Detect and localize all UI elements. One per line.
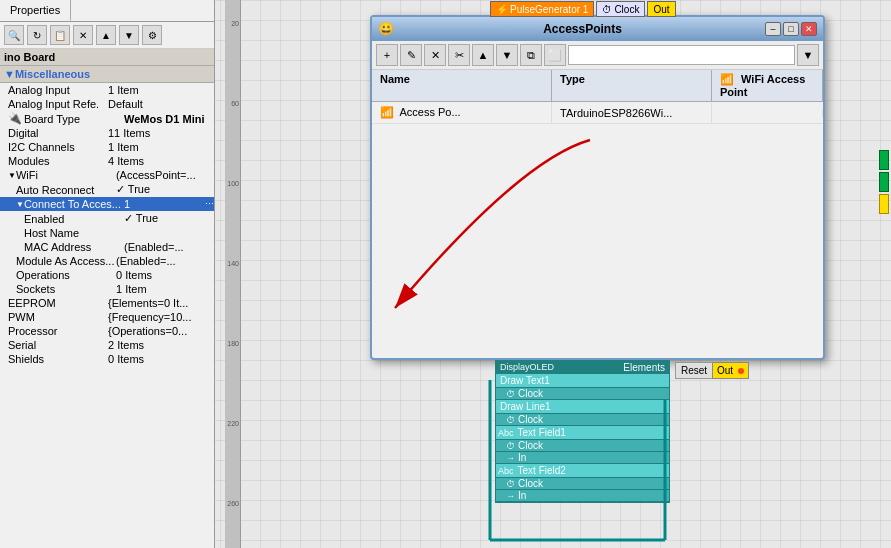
vertical-ruler: 20 60 100 140 180 220 260 <box>225 0 241 548</box>
edit-button[interactable]: ✎ <box>400 44 422 66</box>
draw-text1-clock-row[interactable]: ⏱ Clock <box>496 388 669 400</box>
display-name-label: DisplayOLED <box>500 362 554 373</box>
tree-item-board-type[interactable]: 🔌 Board Type WeMos D1 Mini <box>0 111 214 126</box>
abc-icon-tf1: Abc <box>496 427 516 439</box>
dialog-delete-button[interactable]: ✕ <box>424 44 446 66</box>
tree-item-shields[interactable]: Shields 0 Items <box>0 352 214 366</box>
minimize-button[interactable]: – <box>765 22 781 36</box>
in-label-tf2: In <box>518 490 526 501</box>
tree-item-analog-input[interactable]: Analog Input 1 Item <box>0 83 214 97</box>
misc-label: Miscellaneous <box>15 68 90 80</box>
clock-icon-tf2: ⏱ <box>506 479 515 489</box>
in-label-tf1: In <box>518 452 526 463</box>
row-wifi-icon: 📶 <box>380 106 394 118</box>
text-field2-clock-row[interactable]: ⏱ Clock <box>496 478 669 490</box>
clock-node-top[interactable]: ⏱ Clock <box>596 1 645 17</box>
pulse-generator-node[interactable]: ⚡ PulseGenerator 1 <box>490 1 594 17</box>
out-label-top: Out <box>653 4 669 15</box>
dialog-toolbar: + ✎ ✕ ✂ ▲ ▼ ⧉ ⬜ ▼ <box>372 41 823 70</box>
tree-item-processor[interactable]: Processor {Operations=0... <box>0 324 214 338</box>
bar3 <box>879 194 889 214</box>
dialog-controls: – □ ✕ <box>765 22 817 36</box>
text-field2-row[interactable]: Abc Text Field2 <box>496 464 669 478</box>
text-field1-label: Text Field1 <box>516 426 669 439</box>
tab-properties[interactable]: Properties <box>0 0 71 21</box>
tree-item-pwm[interactable]: PWM {Frequency=10... <box>0 310 214 324</box>
delete-btn[interactable]: ✕ <box>73 25 93 45</box>
settings-btn[interactable]: ⚙ <box>142 25 162 45</box>
reset-label: Reset <box>681 365 707 376</box>
text-field1-row[interactable]: Abc Text Field1 <box>496 426 669 440</box>
wifi-header-icon: 📶 <box>720 73 734 85</box>
dialog-title: AccessPoints <box>400 22 765 36</box>
tree-item-operations[interactable]: Operations 0 Items <box>0 268 214 282</box>
copy1-button[interactable]: ⧉ <box>520 44 542 66</box>
out-node-dot <box>738 368 744 374</box>
tree-item-hostname[interactable]: Host Name <box>0 226 214 240</box>
reset-button[interactable]: Reset <box>675 362 713 379</box>
draw-line1-clock-row[interactable]: ⏱ Clock <box>496 414 669 426</box>
copy2-button[interactable]: ⬜ <box>544 44 566 66</box>
row-name: 📶 Access Po... <box>372 102 552 123</box>
up-btn[interactable]: ▲ <box>96 25 116 45</box>
properties-panel: Properties 🔍 ↻ 📋 ✕ ▲ ▼ ⚙ ino Board ▼ Mis… <box>0 0 215 548</box>
tree-item-auto-reconnect[interactable]: Auto Reconnect ✓ True <box>0 182 214 197</box>
tree-item-connect-access[interactable]: ▼ Connect To Acces... 1 ⋯ <box>0 197 214 211</box>
tree-item-eeprom[interactable]: EEPROM {Elements=0 It... <box>0 296 214 310</box>
dialog-search-input[interactable] <box>568 45 795 65</box>
draw-line1-row[interactable]: Draw Line1 <box>496 400 669 414</box>
expand-wifi-icon: ▼ <box>8 171 16 180</box>
tree-item-mac[interactable]: MAC Address (Enabled=... <box>0 240 214 254</box>
col-header-wifi: 📶 WiFi Access Point <box>712 70 823 101</box>
expand-connect-icon: ▼ <box>16 200 24 209</box>
text-field2-label: Text Field2 <box>516 464 669 477</box>
text-field1-in-row[interactable]: → In <box>496 452 669 464</box>
filter-button[interactable]: ▼ <box>797 44 819 66</box>
in-icon-tf2: → <box>506 491 515 501</box>
tree-item-i2c[interactable]: I2C Channels 1 Item <box>0 140 214 154</box>
close-button[interactable]: ✕ <box>801 22 817 36</box>
down-btn[interactable]: ▼ <box>119 25 139 45</box>
tree-item-enabled[interactable]: Enabled ✓ True <box>0 211 214 226</box>
row-type: TArduinoESP8266Wi... <box>552 103 712 123</box>
in-icon-tf1: → <box>506 453 515 463</box>
tree-item-sockets[interactable]: Sockets 1 Item <box>0 282 214 296</box>
accesspoints-table: Name Type 📶 WiFi Access Point 📶 Access P… <box>372 70 823 358</box>
col-header-name: Name <box>372 70 552 101</box>
add-button[interactable]: + <box>376 44 398 66</box>
options-icon[interactable]: ⋯ <box>205 199 214 209</box>
clock-icon-dt1: ⏱ <box>506 389 515 399</box>
text-field2-in-row[interactable]: → In <box>496 490 669 502</box>
clock-label-tf2: Clock <box>518 478 543 489</box>
pulse-icon: ⚡ <box>496 4 508 15</box>
tree-item-analog-ref[interactable]: Analog Input Refe. Default <box>0 97 214 111</box>
refresh-btn[interactable]: ↻ <box>27 25 47 45</box>
tree-item-module-access[interactable]: Module As Access... (Enabled=... <box>0 254 214 268</box>
display-block: DisplayOLED Elements Draw Text1 ⏱ Clock … <box>495 360 670 503</box>
tree-item-wifi[interactable]: ▼ WiFi (AccessPoint=... <box>0 168 214 182</box>
tree-item-serial[interactable]: Serial 2 Items <box>0 338 214 352</box>
clock-label-dl1: Clock <box>518 414 543 425</box>
clock-label-dt1: Clock <box>518 388 543 399</box>
tree-item-modules[interactable]: Modules 4 Items <box>0 154 214 168</box>
out-node-top[interactable]: Out <box>647 1 675 17</box>
clock-icon-dl1: ⏱ <box>506 415 515 425</box>
misc-section[interactable]: ▼ Miscellaneous <box>0 66 214 83</box>
table-row[interactable]: 📶 Access Po... TArduinoESP8266Wi... <box>372 102 823 124</box>
table-header: Name Type 📶 WiFi Access Point <box>372 70 823 102</box>
tree-item-digital[interactable]: Digital 11 Items <box>0 126 214 140</box>
dialog-down-button[interactable]: ▼ <box>496 44 518 66</box>
search-btn[interactable]: 🔍 <box>4 25 24 45</box>
out-node[interactable]: Out <box>712 362 749 379</box>
bar1 <box>879 150 889 170</box>
cut-button[interactable]: ✂ <box>448 44 470 66</box>
row-name-text: Access Po... <box>399 106 460 118</box>
top-nodes-bar: ⚡ PulseGenerator 1 ⏱ Clock Out <box>490 0 676 18</box>
text-field1-clock-row[interactable]: ⏱ Clock <box>496 440 669 452</box>
maximize-button[interactable]: □ <box>783 22 799 36</box>
draw-text1-row[interactable]: Draw Text1 <box>496 374 669 388</box>
row-wifi <box>712 109 823 117</box>
copy-btn[interactable]: 📋 <box>50 25 70 45</box>
board-section: ino Board <box>0 49 214 66</box>
dialog-up-button[interactable]: ▲ <box>472 44 494 66</box>
